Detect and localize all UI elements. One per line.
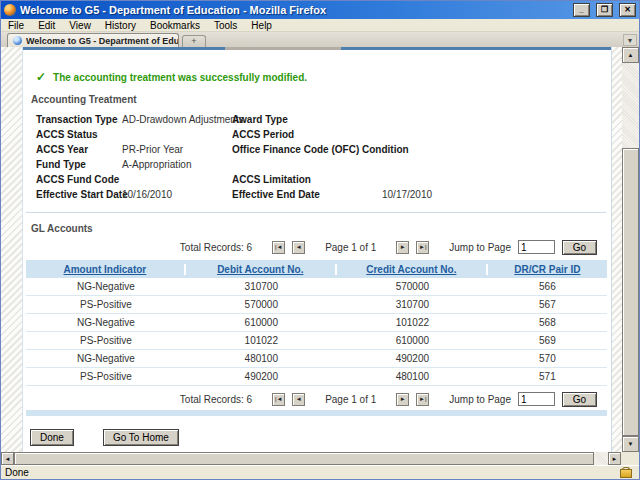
menu-bookmarks[interactable]: Bookmarks	[143, 20, 207, 31]
scrollbar-corner	[621, 452, 639, 465]
title-bar: Welcome to G5 - Department of Education …	[1, 1, 639, 19]
go-button[interactable]: Go	[562, 392, 597, 407]
new-tab-button[interactable]: +	[182, 35, 206, 47]
success-message: ✓ The accounting treatment was successfu…	[36, 70, 611, 84]
field-label: ACCS Year	[36, 144, 122, 155]
table-row: NG-Negative 610000 101022 568	[26, 314, 607, 332]
tab-favicon-icon	[13, 36, 22, 45]
scroll-down-icon[interactable]: ▼	[622, 436, 639, 452]
page-indicator: Page 1 of 1	[325, 242, 376, 253]
restore-button[interactable]: ❐	[596, 3, 613, 17]
table-cell: 567	[488, 299, 607, 310]
table-cell: 569	[488, 335, 607, 346]
field-label: ACCS Fund Code	[36, 174, 122, 185]
tab-bar: Welcome to G5 - Department of Edu... + ▼	[1, 32, 639, 47]
table-cell: 101022	[337, 317, 488, 328]
page-top-rule-gap	[225, 47, 341, 50]
left-gutter	[1, 47, 22, 452]
tab-list-dropdown-icon[interactable]: ▼	[623, 34, 637, 46]
prev-page-button[interactable]: ◄	[292, 393, 305, 406]
field-label: ACCS Limitation	[232, 174, 382, 185]
total-records-label: Total Records: 6	[180, 394, 252, 405]
right-gutter	[612, 47, 622, 452]
jump-to-page-input[interactable]	[518, 240, 555, 254]
menu-edit[interactable]: Edit	[31, 20, 62, 31]
field-label: Office Finance Code (OFC) Condition	[232, 144, 382, 155]
table-cell: 610000	[186, 317, 337, 328]
vertical-scrollbar: ▲ ▼	[622, 47, 639, 452]
scroll-right-icon[interactable]: ►	[608, 452, 621, 465]
first-page-button[interactable]: |◄	[272, 393, 285, 406]
go-button[interactable]: Go	[562, 240, 597, 255]
total-records-label: Total Records: 6	[180, 242, 252, 253]
checkmark-icon: ✓	[36, 70, 46, 84]
field-label: Transaction Type	[36, 114, 122, 125]
go-to-home-button[interactable]: Go To Home	[103, 429, 179, 446]
jump-to-page-input[interactable]	[518, 392, 555, 406]
active-tab[interactable]: Welcome to G5 - Department of Edu...	[7, 33, 179, 47]
action-buttons: Done Go To Home	[30, 429, 611, 446]
field-value	[382, 159, 611, 170]
status-text: Done	[5, 467, 620, 478]
column-header-pair-id[interactable]: DR/CR Pair ID	[488, 264, 607, 275]
next-page-button[interactable]: ►	[396, 241, 409, 254]
last-page-button[interactable]: ►|	[416, 393, 429, 406]
field-label: Effective End Date	[232, 189, 382, 200]
menu-bar: File Edit View History Bookmarks Tools H…	[1, 19, 639, 32]
menu-tools[interactable]: Tools	[207, 20, 244, 31]
secure-lock-icon[interactable]	[620, 467, 631, 478]
horizontal-scroll-thumb[interactable]	[14, 452, 594, 465]
vertical-scroll-track[interactable]	[622, 63, 639, 436]
pagination-bar-top: Total Records: 6 |◄ ◄ Page 1 of 1 ► ►| J…	[23, 239, 597, 255]
menu-view[interactable]: View	[62, 20, 98, 31]
table-cell: NG-Negative	[26, 353, 186, 364]
table-cell: NG-Negative	[26, 281, 186, 292]
status-bar: Done	[1, 465, 639, 479]
field-value	[122, 129, 232, 140]
close-button[interactable]: ✕	[619, 3, 636, 17]
table-cell: 101022	[186, 335, 337, 346]
scroll-up-icon[interactable]: ▲	[622, 47, 639, 63]
table-cell: 490200	[186, 371, 337, 382]
table-row: PS-Positive 490200 480100 571	[26, 368, 607, 386]
table-cell: 480100	[186, 353, 337, 364]
field-value: PR-Prior Year	[122, 144, 232, 155]
horizontal-scroll-track[interactable]	[594, 452, 608, 465]
column-header-debit-account[interactable]: Debit Account No.	[186, 264, 337, 275]
column-header-amount-indicator[interactable]: Amount Indicator	[26, 264, 186, 275]
next-page-button[interactable]: ►	[396, 393, 409, 406]
browser-window: Welcome to G5 - Department of Education …	[0, 0, 640, 480]
accounting-treatment-heading: Accounting Treatment	[31, 94, 611, 105]
table-cell: 490200	[337, 353, 488, 364]
field-label: Award Type	[232, 114, 382, 125]
field-label: Effective Start Date	[36, 189, 122, 200]
page-top-rule	[23, 47, 611, 50]
scroll-left-icon[interactable]: ◄	[1, 452, 14, 465]
menu-help[interactable]: Help	[244, 20, 279, 31]
table-cell: PS-Positive	[26, 335, 186, 346]
menu-file[interactable]: File	[1, 20, 31, 31]
table-cell: 570	[488, 353, 607, 364]
vertical-scroll-thumb[interactable]	[622, 148, 639, 436]
table-cell: NG-Negative	[26, 317, 186, 328]
field-value	[382, 129, 611, 140]
table-cell: 310700	[337, 299, 488, 310]
table-cell: 480100	[337, 371, 488, 382]
field-value: 10/17/2010	[382, 189, 611, 200]
menu-history[interactable]: History	[98, 20, 143, 31]
last-page-button[interactable]: ►|	[416, 241, 429, 254]
firefox-icon	[4, 4, 16, 16]
table-row: NG-Negative 480100 490200 570	[26, 350, 607, 368]
prev-page-button[interactable]: ◄	[292, 241, 305, 254]
table-cell: PS-Positive	[26, 371, 186, 382]
pagination-bar-bottom: Total Records: 6 |◄ ◄ Page 1 of 1 ► ►| J…	[23, 391, 597, 407]
column-header-credit-account[interactable]: Credit Account No.	[337, 264, 488, 275]
done-button[interactable]: Done	[30, 429, 74, 446]
field-label: Fund Type	[36, 159, 122, 170]
first-page-button[interactable]: |◄	[272, 241, 285, 254]
minimize-button[interactable]: _	[573, 3, 590, 17]
table-cell: PS-Positive	[26, 299, 186, 310]
table-cell: 310700	[186, 281, 337, 292]
page-viewport: ✓ The accounting treatment was successfu…	[1, 47, 639, 452]
accounting-treatment-form: Transaction Type AD-Drawdown Adjustments…	[36, 114, 611, 200]
